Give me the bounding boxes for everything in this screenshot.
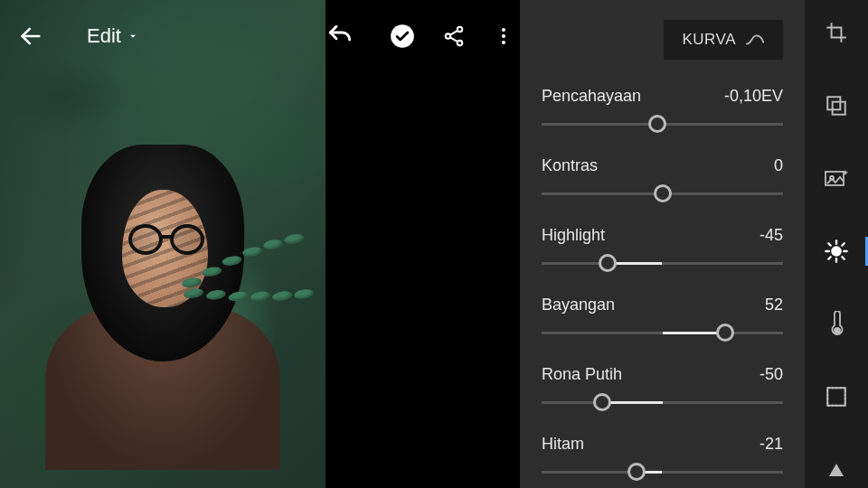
collapse-icon[interactable]: [805, 451, 868, 488]
slider-thumb[interactable]: [627, 463, 646, 481]
slider-label: Rona Putih: [542, 365, 622, 384]
svg-point-23: [835, 328, 840, 333]
slider-value: -50: [760, 365, 783, 384]
slider-value: 52: [765, 296, 783, 314]
back-arrow-icon[interactable]: [18, 23, 43, 49]
crop-icon[interactable]: [805, 14, 868, 52]
slider-label: Highlight: [542, 226, 605, 245]
curves-button-label: KURVA: [682, 31, 736, 49]
slider-row: Rona Putih-50: [542, 365, 783, 411]
slider-thumb[interactable]: [648, 115, 666, 133]
slider-thumb[interactable]: [593, 393, 611, 411]
caret-down-icon: [127, 30, 139, 42]
svg-line-21: [828, 257, 830, 258]
light-icon[interactable]: [805, 233, 868, 270]
svg-line-19: [828, 243, 830, 245]
svg-line-20: [842, 257, 844, 258]
slider-row: Highlight-45: [542, 226, 783, 272]
slider-value: -45: [760, 226, 783, 245]
canvas-blackbar: [326, 0, 520, 488]
auto-icon[interactable]: [805, 160, 868, 197]
check-circle-icon[interactable]: [390, 23, 415, 49]
tool-rail: [805, 0, 868, 488]
svg-rect-25: [827, 388, 845, 406]
svg-line-6: [450, 37, 458, 42]
slider-list: Pencahayaan-0,10EVKontras0Highlight-45Ba…: [542, 87, 783, 481]
curves-button[interactable]: KURVA: [664, 20, 783, 60]
svg-point-14: [832, 247, 840, 255]
slider-track[interactable]: [542, 184, 783, 202]
svg-point-7: [502, 28, 505, 32]
color-temp-icon[interactable]: [805, 305, 868, 343]
slider-row: Kontras0: [542, 156, 783, 202]
adjustment-panel: KURVA Pencahayaan-0,10EVKontras0Highligh…: [520, 0, 805, 488]
slider-thumb[interactable]: [654, 184, 672, 202]
slider-label: Kontras: [542, 156, 598, 175]
slider-thumb[interactable]: [716, 324, 734, 342]
slider-label: Pencahayaan: [542, 87, 641, 106]
svg-rect-10: [827, 97, 840, 109]
slider-track[interactable]: [542, 254, 783, 272]
vignette-icon[interactable]: [805, 379, 868, 416]
presets-icon[interactable]: [805, 88, 868, 125]
svg-point-9: [502, 41, 505, 44]
slider-track[interactable]: [542, 115, 783, 133]
slider-value: 0: [774, 156, 783, 175]
slider-track[interactable]: [542, 393, 783, 411]
slider-row: Hitam-21: [542, 435, 783, 481]
slider-value: -0,10EV: [724, 87, 783, 106]
more-vert-icon[interactable]: [493, 25, 514, 47]
undo-icon[interactable]: [326, 22, 354, 51]
slider-label: Hitam: [542, 435, 584, 454]
share-icon[interactable]: [442, 24, 466, 48]
svg-line-22: [842, 243, 844, 245]
slider-value: -21: [760, 435, 783, 454]
slider-row: Bayangan52: [542, 296, 783, 342]
svg-rect-11: [833, 102, 845, 115]
image-preview[interactable]: Edit: [0, 0, 326, 488]
slider-thumb[interactable]: [599, 254, 617, 272]
app-root: Edit: [0, 0, 868, 488]
slider-track[interactable]: [542, 463, 783, 481]
edit-dropdown[interactable]: Edit: [87, 24, 139, 48]
edit-label: Edit: [87, 24, 121, 48]
svg-rect-24: [827, 388, 845, 406]
top-actions: [326, 0, 520, 72]
slider-track[interactable]: [542, 324, 783, 342]
curve-icon: [745, 32, 765, 48]
preview-header: Edit: [0, 0, 326, 72]
slider-row: Pencahayaan-0,10EV: [542, 87, 783, 133]
svg-line-5: [450, 31, 458, 35]
slider-label: Bayangan: [542, 296, 615, 314]
svg-point-8: [502, 34, 505, 38]
